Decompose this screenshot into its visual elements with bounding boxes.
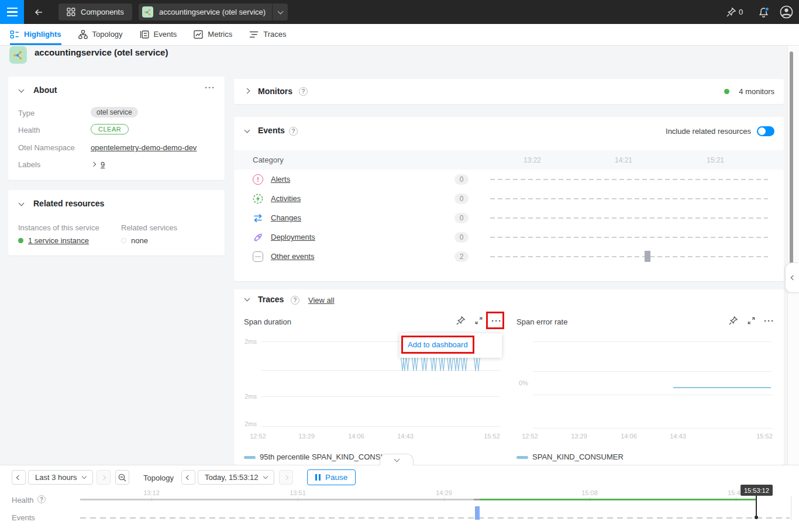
x-tick: 13:29 [298, 433, 315, 440]
alerts-timeline [490, 179, 768, 180]
entity-tab-chevron-button[interactable] [273, 4, 288, 20]
zero-error-line [673, 387, 771, 388]
pin-chart-button[interactable] [726, 313, 740, 327]
time-range-dropdown[interactable]: Last 3 hours [28, 470, 93, 485]
event-row-other: Other events 2 [234, 247, 784, 266]
activity-icon [253, 194, 263, 204]
other-events-link[interactable]: Other events [271, 252, 314, 261]
y-tick: 0% [509, 379, 528, 386]
deployments-timeline [490, 237, 768, 238]
scrollbar-track[interactable] [787, 46, 799, 465]
time-column-1: 13:22 [524, 156, 541, 164]
view-all-link[interactable]: View all [308, 296, 335, 305]
other-events-icon [253, 251, 263, 262]
notifications-button[interactable] [756, 5, 771, 20]
chart-menu-button[interactable]: ··· [762, 313, 776, 327]
timeline-collapse-tab[interactable] [380, 454, 414, 465]
tab-topology[interactable]: Topology [78, 24, 123, 45]
monitors-summary: 4 monitors [739, 87, 774, 96]
tab-events[interactable]: Events [140, 24, 177, 45]
count-badge: 0 [454, 213, 469, 223]
event-row-changes: Changes 0 [234, 208, 784, 227]
pin-icon [456, 316, 466, 326]
related-resources-card: Related resources Instances of this serv… [8, 190, 225, 255]
monitors-card[interactable]: Monitors ? 4 monitors [234, 79, 784, 104]
tab-traces[interactable]: Traces [249, 24, 286, 45]
events-rows: ! Alerts 0 Activities 0 Changes 0 Deploy… [234, 170, 784, 266]
playhead-tooltip: 15:53:12 [741, 485, 773, 496]
playhead-line[interactable] [756, 496, 757, 517]
tab-metrics[interactable]: Metrics [194, 24, 232, 45]
monitors-help-icon[interactable]: ? [299, 87, 308, 96]
health-line-pending [474, 499, 480, 500]
range-next-button[interactable] [97, 470, 111, 485]
collapse-chevron-icon[interactable] [19, 87, 25, 93]
legend-label[interactable]: SPAN_KIND_CONSUMER [532, 452, 624, 461]
service-instance-link[interactable]: 1 service instance [28, 236, 89, 245]
datetime-prev-button[interactable] [181, 470, 195, 485]
x-tick: 14:06 [348, 433, 364, 440]
user-avatar-button[interactable] [780, 5, 793, 19]
chevron-down-icon [394, 456, 399, 462]
datetime-dropdown[interactable]: Today, 15:53:12 [198, 470, 274, 485]
collapse-chevron-icon[interactable] [244, 296, 250, 302]
health-help-icon[interactable]: ? [37, 495, 46, 503]
traces-help-icon[interactable]: ? [291, 296, 299, 305]
expand-chart-button[interactable] [744, 313, 758, 327]
legend-swatch [244, 456, 256, 459]
back-button[interactable] [31, 5, 46, 20]
about-health-label: Health [18, 126, 40, 134]
activities-link[interactable]: Activities [271, 194, 301, 203]
zoom-out-button[interactable] [115, 470, 129, 485]
x-tick: 12:52 [250, 433, 266, 440]
other-events-marker[interactable] [645, 251, 650, 262]
changes-icon [253, 213, 263, 223]
timeline-tick: 13:51 [290, 489, 306, 496]
timeline-panel: Last 3 hours Topology Today, 15:53:12 Pa… [0, 465, 799, 532]
pin-button[interactable] [724, 5, 738, 19]
expand-chart-button[interactable] [471, 313, 485, 327]
include-related-toggle[interactable] [757, 126, 774, 136]
expand-chevron-icon[interactable] [244, 88, 250, 94]
components-button[interactable]: Components [58, 4, 132, 20]
collapse-chevron-icon[interactable] [244, 127, 250, 133]
labels-count-link[interactable]: 9 [101, 160, 105, 169]
events-help-icon[interactable]: ? [289, 127, 298, 136]
instances-health-dot [18, 238, 23, 243]
entity-tab[interactable]: accountingservice (otel service) [139, 4, 288, 20]
count-badge: 0 [454, 174, 469, 185]
pin-chart-button[interactable] [453, 313, 467, 327]
expand-labels-chevron-icon[interactable] [91, 162, 96, 167]
chevron-down-icon [277, 8, 283, 14]
x-tick: 14:43 [670, 433, 686, 440]
toggle-knob [758, 127, 766, 135]
monitors-title: Monitors [258, 87, 292, 96]
time-column-3: 15:21 [707, 156, 724, 164]
datetime-next-button[interactable] [279, 470, 293, 485]
tab-highlights[interactable]: Highlights [10, 24, 61, 45]
changes-link[interactable]: Changes [271, 213, 301, 222]
alerts-link[interactable]: Alerts [271, 175, 290, 184]
events-timeline-track[interactable] [80, 517, 790, 519]
top-bar: Components accountingservice (otel servi… [0, 0, 799, 24]
about-type-label: Type [18, 109, 35, 118]
span-error-rate-chart[interactable] [533, 341, 772, 428]
timeline-event-bar[interactable] [475, 506, 480, 520]
page-entity-icon [9, 46, 27, 64]
collapse-chevron-icon[interactable] [19, 201, 25, 206]
hamburger-menu-button[interactable] [0, 0, 24, 24]
deployments-link[interactable]: Deployments [271, 233, 315, 241]
pin-count: 0 [739, 8, 743, 16]
x-tick: 14:06 [621, 433, 637, 440]
events-row-label: Events [12, 513, 35, 522]
about-menu-button[interactable]: ··· [205, 82, 215, 92]
right-panel-collapse-handle[interactable] [785, 262, 799, 293]
namespace-link[interactable]: opentelemetry-demo-demo-dev [91, 143, 197, 152]
range-prev-button[interactable] [12, 470, 26, 485]
x-tick: 15:52 [756, 433, 773, 440]
span-duration-title: Span duration [244, 317, 291, 326]
pause-button[interactable]: Pause [307, 469, 356, 485]
scrollbar-thumb[interactable] [790, 51, 793, 267]
avatar-icon [780, 5, 793, 19]
playhead-dot [755, 516, 758, 519]
